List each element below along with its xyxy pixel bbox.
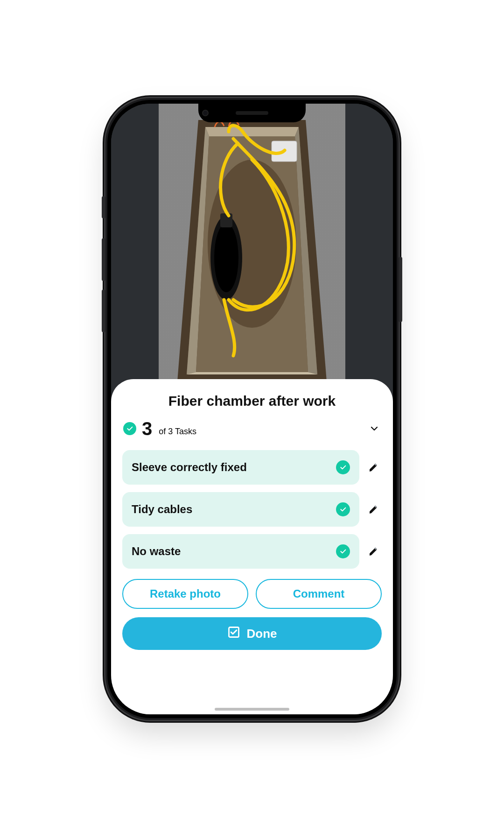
home-indicator (215, 708, 289, 711)
task-label: No waste (132, 545, 181, 558)
task-check-icon (336, 502, 350, 516)
earpiece-speaker (236, 111, 268, 115)
edit-task-button[interactable] (366, 543, 382, 559)
done-suffix: of 3 Tasks (159, 427, 196, 437)
comment-button[interactable]: Comment (256, 579, 382, 609)
checkbox-done-icon (227, 626, 240, 642)
task-summary-row[interactable]: 3 of 3 Tasks (122, 419, 382, 438)
svg-rect-12 (220, 213, 232, 227)
svg-marker-4 (205, 127, 299, 136)
svg-point-11 (214, 223, 238, 292)
mute-switch (102, 196, 105, 219)
done-label: Done (247, 627, 277, 641)
front-camera-icon (202, 110, 209, 116)
notch (198, 104, 306, 122)
secondary-actions: Retake photo Comment (122, 579, 382, 609)
retake-photo-button[interactable]: Retake photo (122, 579, 248, 609)
chevron-down-icon[interactable] (368, 422, 381, 435)
edit-task-button[interactable] (366, 501, 382, 517)
edit-task-button[interactable] (366, 459, 382, 475)
volume-up (102, 238, 105, 281)
photo-preview-area (111, 104, 393, 393)
captured-photo[interactable] (159, 104, 345, 388)
task-pill[interactable]: No waste (122, 534, 359, 569)
summary-check-icon (123, 422, 136, 435)
done-count: 3 (142, 419, 152, 438)
task-sheet: Fiber chamber after work 3 of 3 Tasks (111, 379, 393, 714)
task-pill[interactable]: Tidy cables (122, 492, 359, 527)
task-row: Tidy cables (122, 492, 382, 527)
comment-label: Comment (293, 587, 345, 600)
phone-frame: Fiber chamber after work 3 of 3 Tasks (105, 98, 399, 720)
done-button[interactable]: Done (122, 617, 382, 650)
sheet-title: Fiber chamber after work (122, 393, 382, 409)
volume-down (102, 289, 105, 332)
task-row: Sleeve correctly fixed (122, 450, 382, 485)
power-button (399, 257, 402, 322)
task-label: Sleeve correctly fixed (132, 461, 247, 474)
task-check-icon (336, 460, 350, 474)
task-row: No waste (122, 534, 382, 569)
task-pill[interactable]: Sleeve correctly fixed (122, 450, 359, 485)
retake-label: Retake photo (150, 587, 221, 600)
task-label: Tidy cables (132, 503, 192, 516)
svg-marker-7 (187, 372, 317, 374)
task-check-icon (336, 544, 350, 558)
